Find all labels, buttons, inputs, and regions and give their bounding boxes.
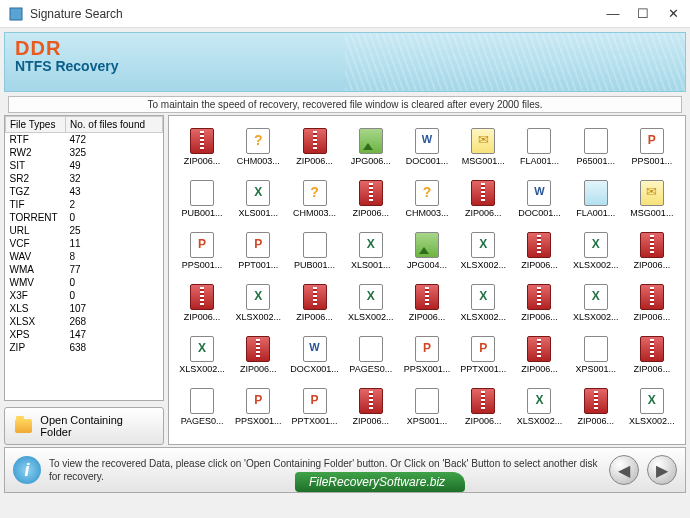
- file-item[interactable]: ZIP006...: [344, 382, 398, 432]
- file-item[interactable]: PPSX001...: [400, 330, 454, 380]
- recovered-files-grid[interactable]: ZIP006...CHM003...ZIP006...JPG006...DOC0…: [168, 115, 686, 445]
- file-type-table[interactable]: File Types No. of files found RTF472RW23…: [4, 115, 164, 401]
- table-row[interactable]: XLS107: [6, 302, 163, 315]
- file-label: PPT001...: [238, 260, 278, 270]
- file-item[interactable]: ZIP006...: [344, 174, 398, 224]
- file-item[interactable]: PAGES0...: [175, 382, 229, 432]
- file-icon: [640, 284, 664, 310]
- table-row[interactable]: WAV8: [6, 250, 163, 263]
- file-item[interactable]: ZIP006...: [512, 330, 566, 380]
- file-item[interactable]: DOC001...: [400, 122, 454, 172]
- count-cell: 43: [66, 185, 163, 198]
- table-row[interactable]: WMV0: [6, 276, 163, 289]
- file-item[interactable]: CHM003...: [231, 122, 285, 172]
- file-item[interactable]: XLSX002...: [569, 226, 623, 276]
- file-item[interactable]: PAGES0...: [344, 330, 398, 380]
- file-item[interactable]: CHM003...: [400, 174, 454, 224]
- table-row[interactable]: TGZ43: [6, 185, 163, 198]
- file-item[interactable]: PPSX001...: [231, 382, 285, 432]
- file-icon: [640, 232, 664, 258]
- file-item[interactable]: P65001...: [569, 122, 623, 172]
- table-row[interactable]: RW2325: [6, 146, 163, 159]
- file-item[interactable]: XLSX002...: [231, 278, 285, 328]
- file-item[interactable]: JPG006...: [344, 122, 398, 172]
- file-item[interactable]: XLSX002...: [456, 226, 510, 276]
- file-label: PPS001...: [632, 156, 673, 166]
- file-label: ZIP006...: [521, 364, 558, 374]
- file-item[interactable]: ZIP006...: [231, 330, 285, 380]
- maximize-button[interactable]: ☐: [634, 6, 652, 21]
- file-item[interactable]: ZIP006...: [456, 174, 510, 224]
- file-item[interactable]: XLSX002...: [344, 278, 398, 328]
- file-label: XPS001...: [407, 416, 448, 426]
- file-item[interactable]: CHM003...: [287, 174, 341, 224]
- file-item[interactable]: XPS001...: [569, 330, 623, 380]
- file-item[interactable]: XLSX002...: [625, 382, 679, 432]
- table-row[interactable]: TORRENT0: [6, 211, 163, 224]
- type-cell: TORRENT: [6, 211, 66, 224]
- file-label: XLSX002...: [573, 260, 619, 270]
- file-item[interactable]: MSG001...: [625, 174, 679, 224]
- file-item[interactable]: ZIP006...: [175, 278, 229, 328]
- file-item[interactable]: PPS001...: [175, 226, 229, 276]
- file-item[interactable]: XLS001...: [231, 174, 285, 224]
- close-button[interactable]: ✕: [664, 6, 682, 21]
- file-item[interactable]: MSG001...: [456, 122, 510, 172]
- col-file-types[interactable]: File Types: [6, 117, 66, 133]
- table-row[interactable]: WMA77: [6, 263, 163, 276]
- file-label: ZIP006...: [409, 312, 446, 322]
- file-item[interactable]: XLSX002...: [569, 278, 623, 328]
- count-cell: 147: [66, 328, 163, 341]
- file-item[interactable]: XLSX002...: [175, 330, 229, 380]
- file-item[interactable]: ZIP006...: [625, 278, 679, 328]
- count-cell: 0: [66, 276, 163, 289]
- table-row[interactable]: TIF2: [6, 198, 163, 211]
- file-label: ZIP006...: [353, 208, 390, 218]
- next-button[interactable]: ▶: [647, 455, 677, 485]
- table-row[interactable]: XPS147: [6, 328, 163, 341]
- file-icon: [471, 336, 495, 362]
- file-item[interactable]: FLA001...: [512, 122, 566, 172]
- file-item[interactable]: XLS001...: [344, 226, 398, 276]
- file-item[interactable]: JPG004...: [400, 226, 454, 276]
- table-row[interactable]: VCF11: [6, 237, 163, 250]
- file-item[interactable]: ZIP006...: [175, 122, 229, 172]
- file-item[interactable]: DOC001...: [512, 174, 566, 224]
- file-item[interactable]: PPTX001...: [287, 382, 341, 432]
- info-icon: i: [13, 456, 41, 484]
- file-item[interactable]: FLA001...: [569, 174, 623, 224]
- minimize-button[interactable]: —: [604, 6, 622, 21]
- file-item[interactable]: ZIP006...: [512, 278, 566, 328]
- table-row[interactable]: RTF472: [6, 133, 163, 147]
- file-item[interactable]: ZIP006...: [625, 226, 679, 276]
- file-item[interactable]: XLSX002...: [456, 278, 510, 328]
- file-item[interactable]: ZIP006...: [287, 122, 341, 172]
- file-item[interactable]: ZIP006...: [625, 330, 679, 380]
- file-item[interactable]: PUB001...: [287, 226, 341, 276]
- file-item[interactable]: XLSX002...: [512, 382, 566, 432]
- file-item[interactable]: ZIP006...: [287, 278, 341, 328]
- type-cell: SR2: [6, 172, 66, 185]
- table-row[interactable]: SR232: [6, 172, 163, 185]
- open-containing-folder-button[interactable]: Open Containing Folder: [4, 407, 164, 445]
- file-item[interactable]: DOCX001...: [287, 330, 341, 380]
- file-label: XLSX002...: [348, 312, 394, 322]
- file-item[interactable]: XPS001...: [400, 382, 454, 432]
- file-item[interactable]: PPT001...: [231, 226, 285, 276]
- table-row[interactable]: ZIP638: [6, 341, 163, 354]
- file-item[interactable]: ZIP006...: [512, 226, 566, 276]
- file-item[interactable]: PPS001...: [625, 122, 679, 172]
- file-item[interactable]: ZIP006...: [569, 382, 623, 432]
- table-row[interactable]: X3F0: [6, 289, 163, 302]
- col-file-count[interactable]: No. of files found: [66, 117, 163, 133]
- table-row[interactable]: SIT49: [6, 159, 163, 172]
- file-icon: [471, 388, 495, 414]
- table-row[interactable]: XLSX268: [6, 315, 163, 328]
- table-row[interactable]: URL25: [6, 224, 163, 237]
- file-label: XLS001...: [351, 260, 391, 270]
- file-item[interactable]: PUB001...: [175, 174, 229, 224]
- file-item[interactable]: PPTX001...: [456, 330, 510, 380]
- file-item[interactable]: ZIP006...: [400, 278, 454, 328]
- file-item[interactable]: ZIP006...: [456, 382, 510, 432]
- back-button[interactable]: ◀: [609, 455, 639, 485]
